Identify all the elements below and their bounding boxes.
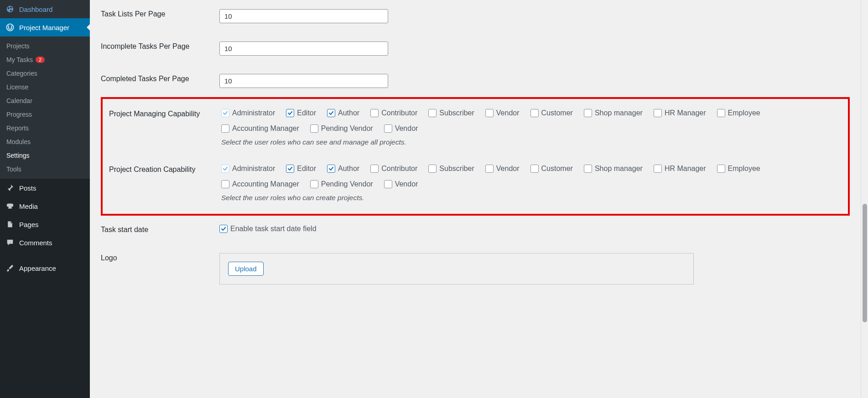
checkbox-task-start-date[interactable]: Enable task start date field bbox=[219, 225, 317, 233]
role-checkbox[interactable]: Vendor bbox=[384, 124, 418, 133]
role-checkbox[interactable]: Customer bbox=[530, 109, 573, 117]
role-checkbox[interactable]: Editor bbox=[286, 109, 316, 117]
sidebar-item-project-manager[interactable]: Project Manager bbox=[0, 18, 90, 36]
role-checkbox[interactable]: Shop manager bbox=[584, 165, 643, 173]
role-label: Customer bbox=[541, 109, 573, 117]
svg-point-0 bbox=[7, 24, 14, 31]
role-label: Administrator bbox=[232, 165, 275, 173]
pin-icon bbox=[5, 183, 15, 192]
role-checkbox[interactable]: Author bbox=[327, 165, 359, 173]
label-project-creation-capability: Project Creation Capability bbox=[103, 155, 221, 211]
label-project-managing-capability: Project Managing Capability bbox=[103, 100, 221, 155]
scrollbar-thumb[interactable] bbox=[863, 204, 867, 322]
submenu-projects[interactable]: Projects bbox=[0, 39, 90, 53]
submenu-tools[interactable]: Tools bbox=[0, 162, 90, 176]
sidebar-item-dashboard[interactable]: Dashboard bbox=[0, 0, 90, 18]
role-checkbox[interactable]: Employee bbox=[717, 165, 760, 173]
checkbox-icon bbox=[384, 180, 392, 188]
sidebar-item-media[interactable]: Media bbox=[0, 197, 90, 215]
role-checkbox[interactable]: HR Manager bbox=[654, 165, 706, 173]
admin-sidebar: Dashboard Project Manager Projects My Ta… bbox=[0, 0, 90, 398]
role-checkbox[interactable]: Subscriber bbox=[428, 109, 474, 117]
checkbox-icon bbox=[428, 165, 437, 173]
sidebar-item-posts[interactable]: Posts bbox=[0, 179, 90, 197]
media-icon bbox=[5, 202, 15, 211]
checkbox-icon bbox=[221, 165, 229, 173]
checkbox-icon bbox=[221, 180, 229, 188]
role-checkbox[interactable]: HR Manager bbox=[654, 109, 706, 117]
sidebar-item-appearance[interactable]: Appearance bbox=[0, 259, 90, 277]
roles-manage-group: AdministratorEditorAuthorContributorSubs… bbox=[221, 109, 848, 133]
role-checkbox[interactable]: Contributor bbox=[370, 165, 417, 173]
brush-icon bbox=[5, 264, 15, 273]
role-label: Author bbox=[338, 165, 359, 173]
checkbox-icon bbox=[654, 165, 662, 173]
input-task-lists-per-page[interactable] bbox=[219, 9, 388, 23]
role-label: Subscriber bbox=[439, 109, 474, 117]
page-icon bbox=[5, 220, 15, 229]
checkbox-icon bbox=[370, 109, 379, 117]
role-label: Accounting Manager bbox=[232, 180, 299, 188]
sidebar-label: Dashboard bbox=[19, 5, 52, 13]
submenu-settings[interactable]: Settings bbox=[0, 149, 90, 162]
submenu-categories[interactable]: Categories bbox=[0, 67, 90, 80]
submenu-progress[interactable]: Progress bbox=[0, 108, 90, 121]
sidebar-item-pages[interactable]: Pages bbox=[0, 215, 90, 233]
submenu-reports[interactable]: Reports bbox=[0, 121, 90, 135]
sidebar-label: Pages bbox=[19, 221, 39, 228]
role-checkbox[interactable]: Pending Vendor bbox=[310, 124, 373, 133]
submenu-my-tasks[interactable]: My Tasks 2 bbox=[0, 53, 90, 67]
label-incomplete-tasks-per-page: Incomplete Tasks Per Page bbox=[101, 32, 219, 65]
input-incomplete-tasks-per-page[interactable] bbox=[219, 41, 388, 56]
role-checkbox[interactable]: Employee bbox=[717, 109, 760, 117]
role-checkbox[interactable]: Shop manager bbox=[584, 109, 643, 117]
role-label: Subscriber bbox=[439, 165, 474, 173]
role-checkbox[interactable]: Accounting Manager bbox=[221, 180, 299, 188]
label-logo: Logo bbox=[101, 244, 219, 294]
checkbox-icon bbox=[717, 165, 725, 173]
checkbox-icon bbox=[717, 109, 725, 117]
role-label: Customer bbox=[541, 165, 573, 173]
desc-create: Select the user roles who can create pro… bbox=[221, 194, 848, 202]
sidebar-item-comments[interactable]: Comments bbox=[0, 233, 90, 252]
role-checkbox[interactable]: Vendor bbox=[485, 109, 520, 117]
role-label: HR Manager bbox=[665, 165, 706, 173]
role-checkbox[interactable]: Vendor bbox=[384, 180, 418, 188]
checkbox-icon bbox=[485, 109, 494, 117]
role-label: Contributor bbox=[381, 165, 417, 173]
role-checkbox[interactable]: Customer bbox=[530, 165, 573, 173]
submenu-calendar[interactable]: Calendar bbox=[0, 94, 90, 108]
role-checkbox[interactable]: Author bbox=[327, 109, 359, 117]
checkbox-icon bbox=[286, 165, 294, 173]
role-checkbox[interactable]: Vendor bbox=[485, 165, 520, 173]
submenu-modules[interactable]: Modules bbox=[0, 135, 90, 149]
badge-count: 2 bbox=[36, 57, 45, 63]
pm-icon bbox=[5, 23, 15, 32]
input-completed-tasks-per-page[interactable] bbox=[219, 74, 388, 88]
checkbox-icon bbox=[310, 124, 318, 133]
role-checkbox[interactable]: Editor bbox=[286, 165, 316, 173]
role-label: Shop manager bbox=[595, 109, 643, 117]
role-checkbox[interactable]: Subscriber bbox=[428, 165, 474, 173]
checkbox-icon bbox=[654, 109, 662, 117]
role-checkbox[interactable]: Pending Vendor bbox=[310, 180, 373, 188]
role-label: Editor bbox=[297, 109, 316, 117]
checkbox-icon bbox=[384, 124, 392, 133]
checkbox-icon bbox=[327, 109, 335, 117]
role-checkbox[interactable]: Contributor bbox=[370, 109, 417, 117]
label-task-lists-per-page: Task Lists Per Page bbox=[101, 0, 219, 32]
role-checkbox[interactable]: Accounting Manager bbox=[221, 124, 299, 133]
upload-button[interactable]: Upload bbox=[228, 262, 264, 276]
role-label: Contributor bbox=[381, 109, 417, 117]
role-label: Author bbox=[338, 109, 359, 117]
desc-manage: Select the user roles who can see and ma… bbox=[221, 138, 848, 146]
checkbox-icon bbox=[286, 109, 294, 117]
checkbox-icon bbox=[310, 180, 318, 188]
submenu-license[interactable]: License bbox=[0, 80, 90, 94]
scrollbar[interactable] bbox=[861, 0, 868, 398]
checkbox-icon bbox=[428, 109, 437, 117]
sidebar-label: Comments bbox=[19, 239, 52, 247]
role-label: Editor bbox=[297, 165, 316, 173]
role-label: Vendor bbox=[496, 109, 520, 117]
highlighted-capabilities: Project Managing Capability Administrato… bbox=[101, 97, 850, 216]
